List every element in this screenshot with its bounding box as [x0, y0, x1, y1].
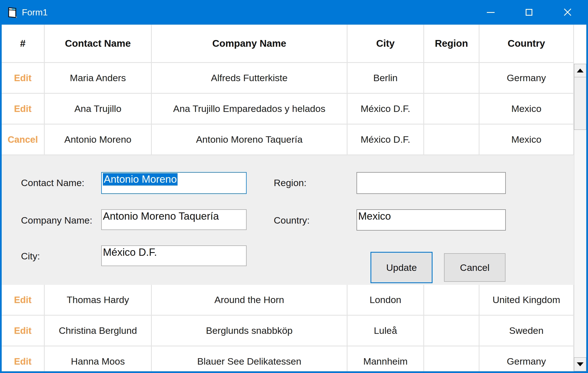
cell-company: Blauer See Delikatessen — [152, 346, 348, 371]
maximize-icon — [526, 9, 532, 16]
cell-region — [424, 125, 480, 155]
update-button[interactable]: Update — [370, 252, 433, 283]
edit-link[interactable]: Edit — [2, 346, 45, 371]
header-company-name: Company Name — [152, 25, 348, 63]
edit-panel: Contact Name: Antonio Moreno Region: Com… — [2, 155, 574, 285]
city-input[interactable]: México D.F. — [101, 245, 247, 266]
titlebar: Form1 — [0, 0, 588, 25]
header-country: Country — [480, 25, 574, 63]
country-input[interactable]: Mexico — [356, 209, 506, 231]
triangle-up-icon — [577, 69, 584, 72]
cell-region — [424, 63, 480, 94]
scrollbar-thumb[interactable] — [574, 77, 586, 130]
cell-region — [424, 285, 480, 316]
cell-contact: Maria Anders — [45, 63, 152, 94]
cell-country: Mexico — [480, 94, 574, 125]
minimize-icon — [487, 12, 495, 13]
cell-contact: Hanna Moos — [45, 346, 152, 371]
city-label: City: — [21, 245, 40, 267]
cell-company: Around the Horn — [152, 285, 348, 316]
header-contact-name: Contact Name — [45, 25, 152, 63]
cell-city: México D.F. — [348, 94, 424, 125]
contact-name-label: Contact Name: — [21, 172, 84, 194]
edit-link[interactable]: Edit — [2, 63, 45, 94]
vertical-scrollbar[interactable] — [574, 64, 586, 371]
window-title: Form1 — [22, 0, 48, 25]
edit-link[interactable]: Edit — [2, 316, 45, 346]
cell-region — [424, 316, 480, 346]
cell-contact: Ana Trujillo — [45, 94, 152, 125]
selected-text: Antonio Moreno — [103, 173, 178, 186]
header-number: # — [2, 25, 45, 63]
contact-name-input[interactable]: Antonio Moreno — [101, 172, 247, 194]
grid-header-row: # Contact Name Company Name City Region … — [2, 25, 574, 63]
cell-country: Germany — [480, 63, 574, 94]
form-icon — [7, 6, 18, 19]
cell-country: United Kingdom — [480, 285, 574, 316]
cell-city: Berlin — [348, 63, 424, 94]
cell-contact: Christina Berglund — [45, 316, 152, 346]
cell-contact: Antonio Moreno — [45, 125, 152, 155]
company-name-input[interactable]: Antonio Moreno Taquería — [101, 209, 247, 230]
cell-city: London — [348, 285, 424, 316]
country-label: Country: — [274, 209, 310, 231]
edit-link[interactable]: Edit — [2, 285, 45, 316]
cell-city: México D.F. — [348, 125, 424, 155]
scrollbar-track[interactable] — [574, 130, 586, 357]
company-name-label: Company Name: — [21, 209, 92, 231]
close-icon — [563, 8, 572, 17]
cell-contact: Thomas Hardy — [45, 285, 152, 316]
window-border — [586, 25, 588, 373]
cell-company: Antonio Moreno Taquería — [152, 125, 348, 155]
grid-rows-top: Edit Maria Anders Alfreds Futterkiste Be… — [2, 63, 574, 155]
close-button[interactable] — [554, 0, 581, 25]
triangle-down-icon — [577, 362, 584, 366]
cancel-edit-link[interactable]: Cancel — [2, 125, 45, 155]
edit-link[interactable]: Edit — [2, 94, 45, 125]
region-input[interactable] — [356, 172, 506, 194]
cell-city: Mannheim — [348, 346, 424, 371]
cell-company: Alfreds Futterkiste — [152, 63, 348, 94]
cell-country: Germany — [480, 346, 574, 371]
header-region: Region — [424, 25, 480, 63]
region-label: Region: — [274, 172, 306, 194]
cell-country: Sweden — [480, 316, 574, 346]
scroll-down-button[interactable] — [574, 357, 586, 371]
cancel-button[interactable]: Cancel — [444, 253, 506, 282]
cell-region — [424, 346, 480, 371]
cell-company: Ana Trujillo Emparedados y helados — [152, 94, 348, 125]
window-border — [0, 371, 588, 373]
scroll-up-button[interactable] — [574, 64, 586, 77]
maximize-button[interactable] — [516, 0, 542, 25]
header-city: City — [348, 25, 424, 63]
minimize-button[interactable] — [477, 0, 504, 25]
cell-country: Mexico — [480, 125, 574, 155]
cell-region — [424, 94, 480, 125]
grid-rows-bottom: Edit Thomas Hardy Around the Horn London… — [2, 285, 574, 371]
cell-company: Berglunds snabbköp — [152, 316, 348, 346]
cell-city: Luleå — [348, 316, 424, 346]
